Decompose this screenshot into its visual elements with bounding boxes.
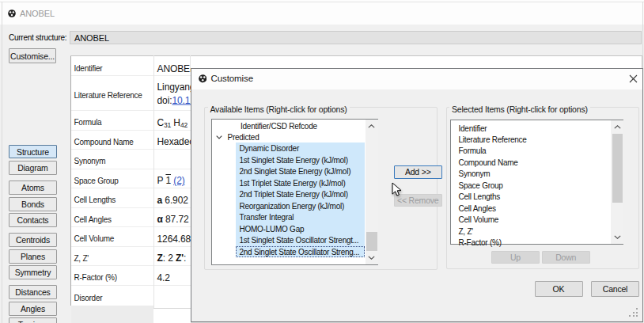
list-item-selected[interactable]: 2nd Triplet State Energy (kJ/mol) <box>236 188 365 200</box>
scroll-down-button[interactable] <box>611 230 623 244</box>
scrollbar-thumb[interactable] <box>612 134 623 203</box>
table-value-z: Z: 2 Z': <box>153 247 191 267</box>
dialog-title: Customise <box>211 74 253 83</box>
scroll-up-button[interactable] <box>366 120 379 133</box>
down-button[interactable]: Down <box>542 251 591 264</box>
available-items-list[interactable]: Identifier/CSD Refcode Predicted Dynamic… <box>211 119 379 265</box>
scroll-up-icon <box>368 124 375 128</box>
list-item[interactable]: Space Group <box>452 180 611 191</box>
table-left-border <box>70 55 71 306</box>
table-value-formula: C31 H42 <box>153 111 191 131</box>
mouse-cursor-icon <box>392 182 405 198</box>
scroll-down-icon <box>614 235 621 239</box>
list-item-selected[interactable]: Transfer Integral <box>236 211 365 223</box>
scroll-up-icon <box>614 125 621 129</box>
list-item[interactable]: Cell Lengths <box>452 191 611 202</box>
scroll-up-button[interactable] <box>611 120 623 134</box>
list-item[interactable]: R-Factor (%) <box>452 237 611 248</box>
list-item-selected-focused[interactable]: 2nd Singlet State Oscillator Streng... <box>236 246 365 258</box>
list-item-selected[interactable]: HOMO-LUMO Gap <box>236 223 365 235</box>
list-item[interactable]: Identifier/CSD Refcode <box>213 120 365 132</box>
screen: ANOBEL Current structure: ANOBEL Customi… <box>0 0 644 323</box>
window-border-left <box>2 2 2 323</box>
dialog-close-button[interactable] <box>626 70 641 88</box>
table-value-space-group: P 1 (2) <box>153 169 191 189</box>
ok-button[interactable]: OK <box>535 281 583 298</box>
list-item-selected[interactable]: Reorganization Energy (kJ/mol) <box>236 200 365 211</box>
list-item[interactable]: Z, Z' <box>452 225 611 236</box>
dialog-titlebar[interactable] <box>191 69 642 90</box>
window-titlebar <box>0 0 644 25</box>
list-item[interactable]: Predicted <box>213 131 365 143</box>
available-list-scrollbar[interactable] <box>366 120 379 264</box>
window-title: ANOBEL <box>20 9 55 18</box>
list-item[interactable]: Cell Volume <box>452 214 611 225</box>
list-item[interactable]: Cell Angles <box>452 202 611 213</box>
list-item[interactable]: Synonym <box>452 168 611 179</box>
table-footer-area <box>71 306 153 323</box>
table-value-cell-volume: 1264.68 <box>153 227 191 247</box>
customise-dialog: Customise Available Items (Right-click f… <box>191 68 643 322</box>
list-item-selected[interactable]: 2nd Singlet State Energy (kJ/mol) <box>236 165 365 177</box>
current-structure-label: Current structure: <box>9 33 66 42</box>
add-button[interactable]: Add >> <box>394 165 442 179</box>
scroll-down-icon <box>368 256 375 260</box>
list-item[interactable]: Formula <box>452 145 611 156</box>
sidebar-button-torsions[interactable]: Torsions <box>9 317 57 323</box>
table-value-synonym <box>153 150 191 169</box>
table-value-cell-angles: α 87.72 <box>153 208 191 228</box>
doi-link[interactable]: 10.12 <box>172 94 190 105</box>
list-item[interactable]: Identifier <box>452 122 611 133</box>
sidebar-button-angles[interactable]: Angles <box>9 302 57 316</box>
table-value-disorder <box>153 286 191 306</box>
list-item[interactable]: Compound Name <box>452 157 611 168</box>
list-item[interactable]: Literature Reference <box>452 134 611 145</box>
table-value-column-bottom-border <box>153 308 191 309</box>
chevron-down-icon[interactable] <box>216 135 222 139</box>
app-icon <box>8 10 16 17</box>
sidebar-button-contacts[interactable]: Contacts <box>9 213 57 227</box>
sidebar-button-centroids[interactable]: Centroids <box>9 233 57 247</box>
sidebar-button-symmetry[interactable]: Symmetry <box>9 265 57 279</box>
table-column-separator <box>153 55 154 308</box>
sidebar-button-diagram[interactable]: Diagram <box>9 161 57 175</box>
list-item-selected[interactable]: 1st Singlet State Oscillator Strengt... <box>236 234 365 246</box>
sidebar-button-distances[interactable]: Distances <box>9 285 57 299</box>
scrollbar-thumb[interactable] <box>366 232 377 251</box>
sidebar-button-atoms[interactable]: Atoms <box>9 180 57 195</box>
selected-list-scrollbar[interactable] <box>611 120 623 244</box>
list-item-selected[interactable]: 1st Singlet State Energy (kJ/mol) <box>236 154 365 165</box>
resize-grip[interactable] <box>629 308 638 317</box>
close-icon <box>629 74 638 83</box>
table-value-literature-reference: Lingyang doi:10.12 <box>153 76 191 112</box>
table-value-cell-lengths: a 6.902 <box>153 188 191 208</box>
window-border-top <box>0 2 644 2</box>
table-right-border <box>642 55 642 68</box>
up-button[interactable]: Up <box>491 251 540 264</box>
sidebar-button-structure[interactable]: Structure <box>9 145 57 159</box>
current-structure-value: ANOBEL <box>74 33 109 43</box>
sidebar-button-bonds[interactable]: Bonds <box>9 197 57 211</box>
table-value-r-factor: 4.2 <box>153 266 191 286</box>
list-item-selected[interactable]: 1st Triplet State Energy (kJ/mol) <box>236 177 365 188</box>
dialog-app-icon <box>199 74 207 83</box>
selected-items-list[interactable]: Identifier Literature Reference Formula … <box>450 120 623 245</box>
scroll-down-button[interactable] <box>366 251 379 264</box>
table-top-border <box>70 55 642 56</box>
list-item-selected[interactable]: Dynamic Disorder <box>236 142 365 154</box>
table-value-compound-name: Hexadec <box>153 131 191 150</box>
current-structure-field[interactable]: ANOBEL <box>70 31 642 45</box>
cancel-button[interactable]: Cancel <box>591 281 639 298</box>
customise-button[interactable]: Customise... <box>9 48 56 63</box>
available-items-group-label: Available Items (Right-click for options… <box>208 104 350 114</box>
table-value-column-separator <box>190 55 191 68</box>
selected-items-group-label: Selected Items (Right-click for options) <box>449 104 590 114</box>
space-group-link[interactable]: (2) <box>173 175 184 186</box>
sidebar-button-planes[interactable]: Planes <box>9 249 57 264</box>
table-value-identifier: ANOBEL <box>153 55 191 76</box>
